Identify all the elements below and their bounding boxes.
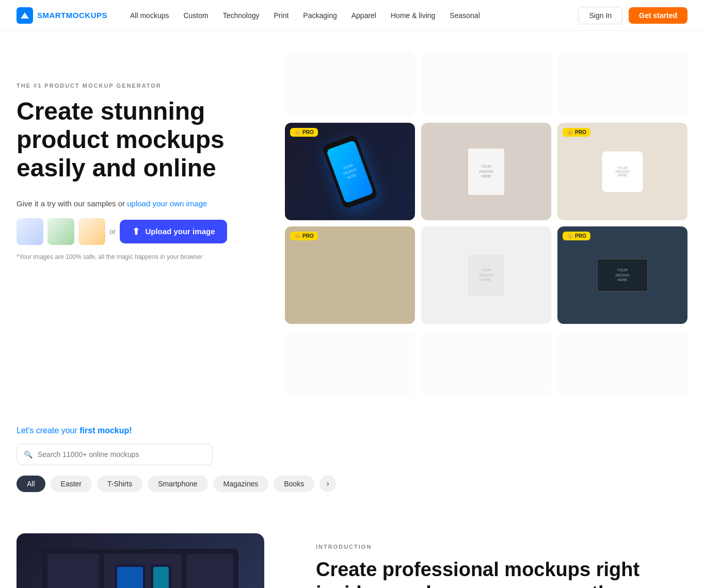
mockup-grid: 👑 PRO YOURDESIGNHERE YOURDESIGNHERE 👑 PR… (285, 52, 687, 405)
nav-technology[interactable]: Technology (217, 8, 266, 23)
brand-name: SMARTMOCKUPS (37, 11, 107, 20)
pill-all[interactable]: All (17, 476, 45, 492)
pro-badge-label-mug: PRO (575, 129, 586, 135)
pro-badge-phone: 👑 PRO (290, 128, 318, 137)
upload-button-label: Upload your image (145, 227, 215, 236)
app-preview-svg (42, 549, 238, 588)
nav-links: All mockups Custom Technology Print Pack… (124, 8, 578, 23)
navbar-actions: Sign In Get started (578, 7, 687, 24)
search-input[interactable] (17, 444, 213, 465)
pro-crown-icon-mug: 👑 (567, 129, 573, 135)
pills-next-arrow[interactable]: › (319, 476, 336, 492)
pro-badge-model: 👑 PRO (290, 232, 318, 240)
search-label-highlight: first mockup! (79, 426, 132, 435)
mockup-card-laptop[interactable]: 👑 PRO YOURDESIGNHERE (557, 226, 687, 324)
app-preview (17, 533, 264, 588)
svg-rect-2 (47, 554, 99, 588)
laptop-screen: YOURDESIGNHERE (597, 258, 648, 292)
mug-text: YOURDESIGNHERE (616, 166, 630, 177)
pill-easter[interactable]: Easter (51, 476, 92, 492)
hero-subtitle: THE #1 PRODUCT MOCKUP GENERATOR (17, 83, 264, 89)
or-separator: or (109, 227, 116, 236)
nav-custom[interactable]: Custom (177, 8, 214, 23)
hero-left: THE #1 PRODUCT MOCKUP GENERATOR Create s… (17, 52, 264, 260)
search-icon: 🔍 (24, 450, 33, 459)
nav-home-living[interactable]: Home & living (385, 8, 441, 23)
intro-section: INTRODUCTION Create professional mockups… (316, 533, 687, 588)
nav-print[interactable]: Print (268, 8, 295, 23)
mockup-card-shelf[interactable]: YOURDESIGNHERE (421, 123, 551, 220)
pro-badge-label: PRO (302, 129, 314, 135)
sample-image-1[interactable] (17, 218, 43, 245)
phone-screen-text: YOURDESIGNHERE (341, 162, 359, 181)
logo-link[interactable]: SMARTMOCKUPS (17, 7, 107, 24)
svg-rect-6 (187, 554, 233, 588)
pill-smartphone[interactable]: Smartphone (148, 476, 207, 492)
upload-icon: ⬆ (132, 226, 140, 237)
intro-label: INTRODUCTION (316, 544, 687, 550)
pill-books[interactable]: Books (274, 476, 314, 492)
pro-crown-icon-laptop: 👑 (567, 233, 573, 239)
pro-crown-icon: 👑 (294, 129, 300, 135)
nav-all-mockups[interactable]: All mockups (124, 8, 175, 23)
app-preview-container (17, 533, 275, 588)
search-section: Let's create your first mockup! 🔍 All Ea… (0, 405, 704, 502)
hero-title: Create stunning product mockups easily a… (17, 97, 264, 183)
pro-badge-label-model: PRO (302, 233, 314, 239)
app-preview-inner (17, 533, 264, 588)
sample-image-3[interactable] (78, 218, 105, 245)
pro-crown-icon-model: 👑 (294, 233, 300, 239)
get-started-button[interactable]: Get started (629, 7, 687, 24)
nav-seasonal[interactable]: Seasonal (443, 8, 486, 23)
hero-desc-link[interactable]: upload your own image (127, 199, 207, 208)
mockup-card-bottom-2[interactable] (421, 330, 551, 395)
mug-shape: YOURDESIGNHERE (602, 151, 643, 192)
mockup-card-top-3[interactable] (557, 52, 687, 117)
shelf-design: YOURDESIGNHERE (468, 149, 504, 195)
navbar: SMARTMOCKUPS All mockups Custom Technolo… (0, 0, 704, 31)
lower-section: INTRODUCTION Create professional mockups… (0, 502, 704, 588)
intro-title: Create professional mockups right inside… (316, 558, 687, 588)
sample-image-2[interactable] (47, 218, 74, 245)
laptop-screen-text: YOURDESIGNHERE (616, 268, 630, 283)
shelf-text: YOURDESIGNHERE (479, 164, 493, 179)
upload-button[interactable]: ⬆ Upload your image (120, 220, 227, 243)
mockup-card-model[interactable]: 👑 PRO (285, 226, 415, 324)
mockup-card-bottom-1[interactable] (285, 330, 415, 395)
phone-shape: YOURDESIGNHERE (322, 134, 378, 209)
search-label: Let's create your first mockup! (17, 426, 687, 435)
mockup-card-mug[interactable]: 👑 PRO YOURDESIGNHERE (557, 123, 687, 220)
sample-images-row: or ⬆ Upload your image (17, 218, 264, 245)
svg-rect-9 (117, 567, 143, 588)
logo-icon (17, 7, 33, 24)
sign-in-button[interactable]: Sign In (578, 7, 622, 24)
pro-badge-laptop: 👑 PRO (563, 232, 590, 240)
search-bar-wrapper: 🔍 (17, 444, 213, 465)
nav-apparel[interactable]: Apparel (345, 8, 382, 23)
search-label-prefix: Let's create your (17, 426, 79, 435)
pro-badge-mug: 👑 PRO (563, 128, 590, 137)
hero-desc-prefix: Give it a try with our samples or (17, 199, 127, 208)
mockup-card-top-2[interactable] (421, 52, 551, 117)
pro-badge-label-laptop: PRO (575, 233, 586, 239)
pill-magazines[interactable]: Magazines (213, 476, 269, 492)
mockup-card-top-1[interactable] (285, 52, 415, 117)
mockup-card-phone[interactable]: 👑 PRO YOURDESIGNHERE (285, 123, 415, 220)
privacy-note: *Your images are 100% safe, all the magi… (17, 253, 264, 260)
mockup-card-tshirt[interactable]: YOURDESIGNHERE (421, 226, 551, 324)
tshirt-text: YOURDESIGNHERE (479, 268, 493, 283)
svg-rect-11 (153, 567, 169, 588)
pill-tshirts[interactable]: T-Shirts (97, 476, 142, 492)
category-pills: All Easter T-Shirts Smartphone Magazines… (17, 476, 687, 492)
nav-packaging[interactable]: Packaging (297, 8, 343, 23)
hero-description: Give it a try with our samples or upload… (17, 199, 264, 208)
hero-section: THE #1 PRODUCT MOCKUP GENERATOR Create s… (0, 31, 704, 405)
phone-screen: YOURDESIGNHERE (326, 140, 374, 203)
mockup-card-bottom-3[interactable] (557, 330, 687, 395)
tshirt-body: YOURDESIGNHERE (468, 255, 504, 296)
